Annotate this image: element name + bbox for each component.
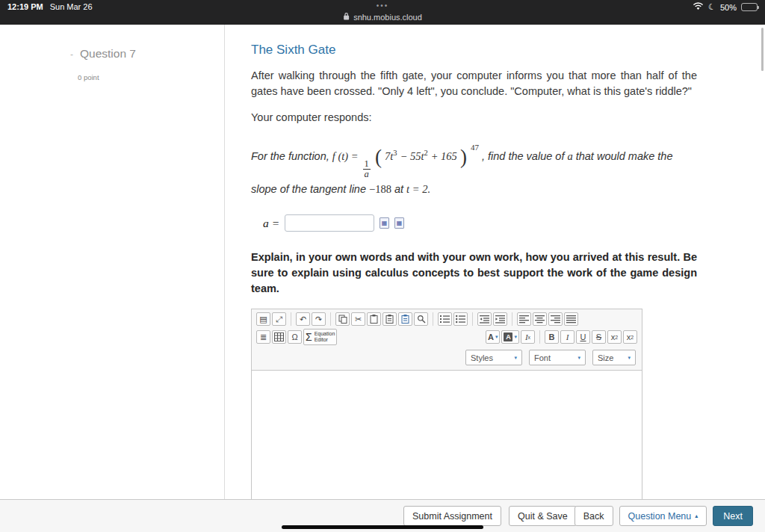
close-paren: ) [460,146,467,168]
chevron-down-icon: ▾ [495,334,498,340]
paste-plaintext-icon[interactable] [382,312,397,326]
font-dropdown[interactable]: Font ▾ [529,350,586,365]
page-title: The Sixth Gate [251,43,697,58]
table-icon[interactable] [272,330,286,344]
styles-dropdown[interactable]: Styles ▾ [465,350,522,365]
wifi-icon [693,2,704,12]
battery-percent: 50% [720,3,737,12]
paste-icon[interactable] [367,312,381,326]
term2: − 55t [400,150,424,162]
size-dropdown[interactable]: Size ▾ [592,350,636,365]
size-dropdown-label: Size [598,353,613,362]
equation-editor-label-line1: Equation [315,331,335,337]
bulleted-list-icon[interactable] [453,312,468,326]
tab-overview-dots[interactable]: ••• [377,1,389,10]
status-right: ☾ 50% [693,2,758,12]
toolbar-separator [472,312,473,326]
text-color-letter: A [488,332,494,341]
toolbar-row-1: ▤ ⤢ ↶ ↷ ✂ [252,309,642,327]
equation-editor-label: Equation Editor [315,331,335,343]
question-points: 0 point [78,73,224,81]
term3: + 165 [431,150,457,162]
footer-left-group: Submit Assignment Quit & Save [403,506,577,526]
submit-assignment-button[interactable]: Submit Assignment [403,506,501,526]
superscript-small: 2 [631,335,634,340]
toolbar-separator [433,312,433,326]
math-tail1: , find the value of [482,150,567,162]
remove-format-x: x [528,335,531,340]
math-tail3: at [391,183,406,195]
redo-icon[interactable]: ↷ [312,312,326,326]
var-a: a [567,150,572,162]
keyboard-icon[interactable]: ▦ [380,217,389,229]
status-left: 12:19 PM Sun Mar 26 [7,2,93,11]
strikethrough-button[interactable]: S [592,330,606,344]
bold-button[interactable]: B [545,330,559,344]
preview-icon[interactable]: ▦ [394,217,404,229]
fraction-denominator: a [363,169,371,179]
undo-icon[interactable]: ↶ [296,312,310,326]
decrease-indent-icon[interactable] [477,312,492,326]
t-equation: t = 2. [406,183,430,195]
toolbar-row-2: ≣ Ω Σ Equation Editor A [252,327,642,347]
styles-dropdown-label: Styles [471,353,493,362]
chevron-down-icon: ▾ [577,355,580,361]
background-color-button[interactable]: A ▾ [501,330,519,344]
toolbar-separator [512,312,512,326]
footer-right-group: Back Question Menu ▴ Next [574,506,753,526]
maximize-icon[interactable]: ⤢ [272,312,286,326]
paste-from-word-icon[interactable] [398,312,412,326]
back-button[interactable]: Back [574,506,613,526]
align-left-icon[interactable] [517,312,531,326]
templates-icon[interactable]: ≣ [256,330,270,344]
intro-paragraph: After walking through the fifth gate, yo… [251,68,697,99]
subscript-button[interactable]: x2 [607,330,622,344]
increase-indent-icon[interactable] [493,312,507,326]
browser-chrome: 12:19 PM Sun Mar 26 ••• ☾ 50% [0,0,765,25]
copy-icon[interactable] [335,312,350,326]
rich-text-editor: ▤ ⤢ ↶ ↷ ✂ [251,309,642,531]
chevron-up-icon: ▴ [695,513,698,519]
question-menu-button[interactable]: Question Menu ▴ [619,506,707,526]
responds-paragraph: Your computer responds: [251,110,697,126]
address-bar[interactable]: snhu.mobius.cloud [343,12,422,22]
question-menu-label: Question Menu [628,511,692,522]
moon-icon: ☾ [707,1,717,13]
outer-exponent: 47 [471,143,479,152]
question-list-item[interactable]: - Question 7 [70,47,224,61]
equation-editor-button[interactable]: Σ Equation Editor [303,329,337,345]
superscript-button[interactable]: x2 [623,330,637,344]
open-paren: ( [375,146,382,168]
answer-input[interactable] [285,214,374,232]
align-center-icon[interactable] [533,312,547,326]
quit-save-button[interactable]: Quit & Save [509,506,577,526]
math-function: f (t) = [332,150,359,162]
chevron-down-icon: ▾ [514,355,517,361]
term1-exponent: 3 [393,149,397,157]
cut-icon[interactable]: ✂ [351,312,365,326]
special-char-icon[interactable]: Ω [288,330,302,344]
text-color-button[interactable]: A ▾ [486,330,500,344]
remove-format-button[interactable]: Ix [521,330,535,344]
chevron-down-icon: ▾ [514,334,517,340]
source-icon[interactable]: ▤ [256,312,270,326]
italic-button[interactable]: I [560,330,574,344]
question-label: Question 7 [80,47,136,61]
align-justify-icon[interactable] [564,312,578,326]
numbered-list-icon[interactable] [438,312,452,326]
toolbar-separator [330,312,331,326]
math-lead: For the function, [251,150,332,162]
lock-icon [343,12,350,22]
toolbar-separator [291,312,291,326]
status-date: Sun Mar 26 [50,2,93,11]
answer-label: a = [263,217,279,230]
slope-value: −188 [369,183,391,195]
home-indicator[interactable] [282,525,483,529]
underline-button[interactable]: U [576,330,590,344]
scrollbar-thumb[interactable] [761,28,764,71]
align-right-icon[interactable] [548,312,563,326]
explain-paragraph: Explain, in your own words and with your… [251,250,697,297]
next-button[interactable]: Next [713,506,753,526]
equation-editor-label-line2: Editor [315,337,335,343]
find-icon[interactable] [414,312,428,326]
